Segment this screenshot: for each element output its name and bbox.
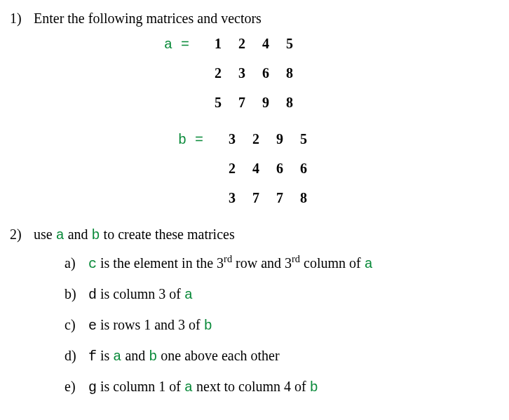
ordinal-suffix: rd xyxy=(224,253,232,264)
matrix-row: 3 2 9 5 xyxy=(220,128,315,150)
matrix-row: 2 3 6 8 xyxy=(206,62,301,84)
matrix-cell: 5 xyxy=(278,32,301,55)
matrix-cell: 9 xyxy=(254,91,278,114)
q2-sublist: a) c is the element in the 3rd row and 3… xyxy=(65,251,499,399)
matrix-cell: 8 xyxy=(278,62,301,84)
matrix-a-label: a = xyxy=(164,32,206,56)
matrix-cell: 2 xyxy=(244,128,268,150)
var-a: a xyxy=(56,227,65,243)
matrix-cell: 4 xyxy=(244,157,268,179)
var-c: c xyxy=(88,256,97,272)
question-2-header: 2) use a and b to create these matrices xyxy=(10,223,499,247)
matrix-cell: 3 xyxy=(230,62,254,84)
text-fragment: one above each other xyxy=(157,348,279,363)
matrix-cell: 6 xyxy=(254,62,278,84)
text-fragment: is xyxy=(97,348,113,363)
var-b: b xyxy=(204,318,212,334)
text-fragment: next to column 4 of xyxy=(193,379,310,394)
matrix-row: 3 7 7 8 xyxy=(220,187,315,209)
matrix-cell: 2 xyxy=(206,62,230,84)
var-a: a xyxy=(184,379,193,395)
text-fragment: and xyxy=(121,348,149,363)
text-fragment: is column 3 of xyxy=(97,286,184,302)
var-b: b xyxy=(92,227,100,243)
sub-text: c is the element in the 3rd row and 3rd … xyxy=(88,251,373,276)
subitem-a: a) c is the element in the 3rd row and 3… xyxy=(65,251,499,276)
text-fragment: column of xyxy=(300,255,365,271)
matrix-cell: 3 xyxy=(220,128,244,150)
matrix-cell: 8 xyxy=(292,187,315,209)
sub-text: d is column 3 of a xyxy=(88,283,193,306)
sub-text: g is column 1 of a next to column 4 of b xyxy=(88,375,318,399)
matrix-row: 1 2 4 5 xyxy=(206,32,301,55)
matrix-cell: 7 xyxy=(244,187,268,209)
matrix-cell: 5 xyxy=(206,91,230,114)
matrix-a-block: a = 1 2 4 5 2 3 6 8 5 7 9 8 xyxy=(164,32,499,121)
subitem-d: d) f is a and b one above each other xyxy=(65,344,499,368)
sub-label: c) xyxy=(65,313,88,336)
var-f: f xyxy=(88,348,97,365)
var-a: a xyxy=(184,287,193,303)
sub-label: a) xyxy=(65,252,88,274)
var-d: d xyxy=(88,287,97,303)
text-fragment: and xyxy=(65,226,92,242)
matrix-cell: 6 xyxy=(292,157,315,179)
var-e: e xyxy=(88,318,97,334)
text-fragment: is rows 1 and 3 of xyxy=(97,317,204,332)
text-fragment: is column 1 of xyxy=(97,379,184,394)
sub-text: f is a and b one above each other xyxy=(88,344,280,368)
matrix-cell: 8 xyxy=(278,91,301,114)
text-fragment: use xyxy=(34,226,56,242)
matrix-cell: 4 xyxy=(254,32,278,55)
sub-label: e) xyxy=(65,375,88,398)
matrix-cell: 9 xyxy=(268,128,292,150)
matrix-cell: 1 xyxy=(206,32,230,55)
var-a: a xyxy=(113,348,121,365)
subitem-c: c) e is rows 1 and 3 of b xyxy=(65,313,499,337)
matrix-row: 2 4 6 6 xyxy=(220,157,315,179)
matrix-cell: 7 xyxy=(268,187,292,209)
subitem-b: b) d is column 3 of a xyxy=(65,283,499,306)
matrix-a: 1 2 4 5 2 3 6 8 5 7 9 8 xyxy=(206,32,301,121)
matrix-b-block: b = 3 2 9 5 2 4 6 6 3 7 7 8 xyxy=(178,128,499,216)
matrix-b-label: b = xyxy=(178,128,220,151)
sub-label: d) xyxy=(65,344,88,367)
question-1-header: 1) Enter the following matrices and vect… xyxy=(10,7,499,29)
sub-text: e is rows 1 and 3 of b xyxy=(88,313,212,337)
q2-number: 2) xyxy=(10,223,34,245)
var-g: g xyxy=(88,379,97,395)
matrix-cell: 7 xyxy=(230,91,254,114)
matrix-cell: 6 xyxy=(268,157,292,179)
sub-label: b) xyxy=(65,283,88,305)
q1-text: Enter the following matrices and vectors xyxy=(34,7,262,29)
q1-number: 1) xyxy=(10,7,34,29)
q2-text: use a and b to create these matrices xyxy=(34,223,235,247)
text-fragment: to create these matrices xyxy=(100,226,235,242)
matrix-cell: 2 xyxy=(230,32,254,55)
matrix-cell: 2 xyxy=(220,157,244,179)
matrix-b: 3 2 9 5 2 4 6 6 3 7 7 8 xyxy=(220,128,315,216)
var-b: b xyxy=(310,379,318,395)
var-b: b xyxy=(149,348,157,365)
text-fragment: row and 3 xyxy=(232,255,292,271)
ordinal-suffix: rd xyxy=(292,253,300,264)
matrix-cell: 5 xyxy=(292,128,315,150)
var-a: a xyxy=(365,256,373,272)
matrix-cell: 3 xyxy=(220,187,244,209)
text-fragment: is the element in the 3 xyxy=(97,255,224,271)
matrix-row: 5 7 9 8 xyxy=(206,91,301,114)
subitem-e: e) g is column 1 of a next to column 4 o… xyxy=(65,375,499,399)
